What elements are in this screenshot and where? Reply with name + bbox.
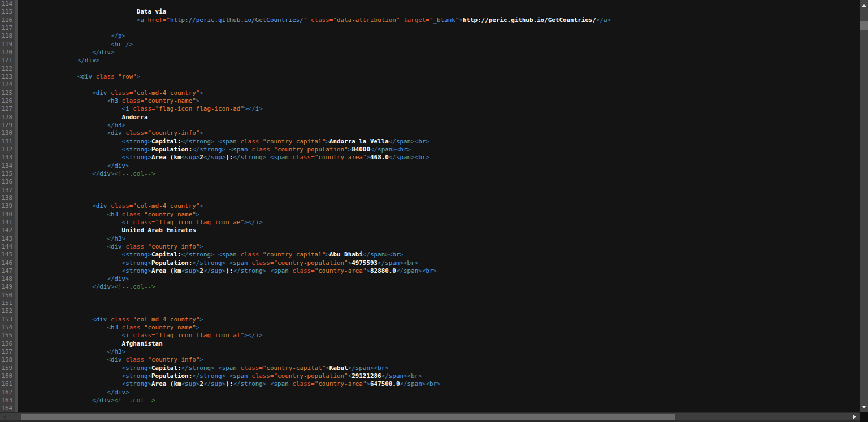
code-line[interactable]: 137 [0,186,860,194]
code-line[interactable]: 127 <i class="flag-icon flag-icon-ad"></… [0,105,860,113]
code-text [16,194,18,202]
code-line[interactable]: 147 <strong>Area (km<sup>2</sup>):</stro… [0,267,860,275]
code-line[interactable]: 157 </h3> [0,348,860,356]
code-line[interactable]: 125 <div class="col-md-4 country"> [0,89,860,97]
horizontal-scrollbar-thumb[interactable] [21,414,675,420]
line-number: 145 [0,251,16,259]
code-text [16,24,18,32]
scrollbar-corner [860,412,868,422]
code-line[interactable]: 115 Data via [0,8,860,16]
code-line[interactable]: 124 [0,81,860,89]
code-line[interactable]: 123 <div class="row"> [0,73,860,81]
line-number: 148 [0,275,16,283]
code-line[interactable]: 163 </div><!--.col--> [0,397,860,404]
code-line[interactable]: 149 </div><!--.col--> [0,283,860,291]
vertical-scrollbar-thumb[interactable] [860,21,868,30]
code-line[interactable]: 119 <hr /> [0,41,860,49]
code-text: Data via [16,8,166,16]
code-line[interactable]: 164 [0,404,860,412]
code-line[interactable]: 131 <strong>Capital:</strong> <span clas… [0,138,860,146]
code-line[interactable]: 129 </h3> [0,121,860,129]
line-number: 125 [0,89,16,97]
line-number: 139 [0,202,16,210]
code-text: <div class="row"> [16,73,140,81]
code-line[interactable]: 133 <strong>Area (km<sup>2</sup>):</stro… [0,154,860,162]
code-text: <h3 class="country-name"> [16,324,199,332]
line-number: 138 [0,194,16,202]
code-text: <strong>Area (km<sup>2</sup>):</strong> … [16,267,437,275]
code-line[interactable]: 121 </div> [0,56,860,64]
code-line[interactable]: 159 <strong>Capital:</strong> <span clas… [0,364,860,372]
line-number: 114 [0,0,16,8]
code-line[interactable]: 146 <strong>Population:</strong> <span c… [0,259,860,267]
code-line[interactable]: 154 <h3 class="country-name"> [0,324,860,332]
line-number: 140 [0,211,16,219]
code-line[interactable]: 134 </div> [0,162,860,170]
code-line[interactable]: 117 [0,24,860,32]
line-number: 151 [0,299,16,307]
code-text [16,307,18,315]
code-line[interactable]: 128 Andorra [0,114,860,121]
code-line[interactable]: 122 [0,65,860,73]
line-number: 146 [0,259,16,267]
line-number: 156 [0,340,16,348]
code-line[interactable]: 139 <div class="col-md-4 country"> [0,202,860,210]
line-number: 129 [0,121,16,129]
scroll-down-button[interactable] [860,403,868,410]
code-text: </h3> [16,235,125,243]
line-number: 141 [0,219,16,227]
line-number: 136 [0,178,16,186]
code-text: <i class="flag-icon flag-icon-af"></i> [16,332,263,340]
code-line[interactable]: 158 <div class="country-info"> [0,356,860,364]
line-number: 115 [0,8,16,16]
code-line[interactable]: 144 <div class="country-info"> [0,243,860,251]
horizontal-scrollbar[interactable] [0,412,860,420]
code-line[interactable]: 130 <div class="country-info"> [0,129,860,137]
line-number: 153 [0,316,16,324]
code-text: <hr /> [16,41,133,49]
code-line[interactable]: 148 </div> [0,275,860,283]
code-line[interactable]: 126 <h3 class="country-name"> [0,97,860,105]
code-line[interactable]: 138 [0,194,860,202]
line-number: 127 [0,105,16,113]
code-text: <div class="col-md-4 country"> [16,316,203,324]
code-line[interactable]: 143 </h3> [0,235,860,243]
arrow-up-icon [862,4,866,7]
code-line[interactable]: 114 [0,0,860,8]
line-number: 155 [0,332,16,340]
code-line[interactable]: 141 <i class="flag-icon flag-icon-ae"></… [0,219,860,227]
code-line[interactable]: 120 </div> [0,49,860,56]
code-text: </h3> [16,348,125,356]
scroll-up-button[interactable] [860,2,868,8]
code-line[interactable]: 140 <h3 class="country-name"> [0,211,860,219]
code-line[interactable]: 155 <i class="flag-icon flag-icon-af"></… [0,332,860,340]
line-number: 150 [0,292,16,299]
line-number: 133 [0,154,16,162]
vertical-scrollbar[interactable] [860,0,868,412]
code-text: <div class="country-info"> [16,243,203,251]
code-text: <div class="country-info"> [16,129,203,137]
code-line[interactable]: 116 <a href="http://peric.github.io/GetC… [0,16,860,24]
code-line[interactable]: 156 Afghanistan [0,340,860,348]
code-line[interactable]: 118 </p> [0,32,860,40]
code-line[interactable]: 152 [0,307,860,315]
code-line[interactable]: 160 <strong>Population:</strong> <span c… [0,372,860,380]
code-text: <strong>Population:</strong> <span class… [16,146,411,154]
line-number: 152 [0,307,16,315]
code-line[interactable]: 153 <div class="col-md-4 country"> [0,316,860,324]
code-line[interactable]: 162 </div> [0,389,860,397]
line-number: 161 [0,380,16,388]
code-line[interactable]: 132 <strong>Population:</strong> <span c… [0,146,860,154]
line-number: 154 [0,324,16,332]
code-line[interactable]: 145 <strong>Capital:</strong> <span clas… [0,251,860,259]
code-text: <i class="flag-icon flag-icon-ad"></i> [16,105,263,113]
line-number: 149 [0,283,16,291]
code-editor-area[interactable]: 114115 Data via116 <a href="http://peric… [0,0,860,412]
code-line[interactable]: 142 United Arab Emirates [0,227,860,234]
code-line[interactable]: 150 [0,292,860,299]
line-number: 131 [0,138,16,146]
code-line[interactable]: 161 <strong>Area (km<sup>2</sup>):</stro… [0,380,860,388]
code-line[interactable]: 136 [0,178,860,186]
code-line[interactable]: 135 </div><!--.col--> [0,170,860,178]
code-line[interactable]: 151 [0,299,860,307]
